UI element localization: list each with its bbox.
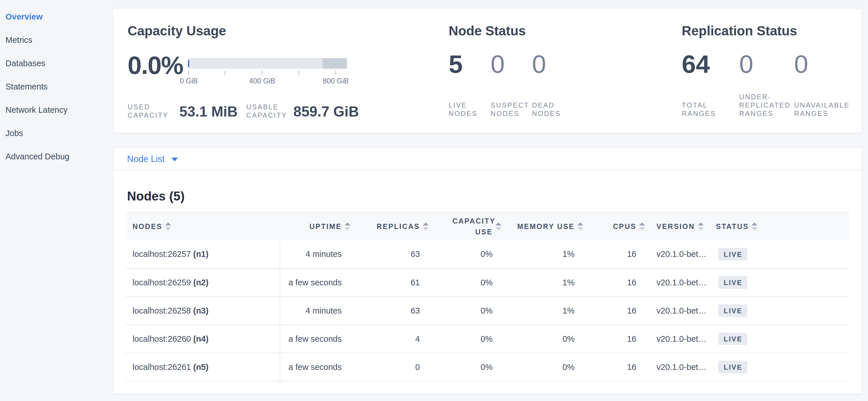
usable-capacity-label: Usable Capacity (246, 103, 290, 119)
node-address-cell[interactable]: localhost:26258 (n3) (126, 296, 280, 325)
chevron-down-icon (172, 157, 178, 161)
sort-arrows-icon (165, 222, 171, 230)
cpus-cell: 16 (596, 353, 655, 381)
capacity-used-marker (188, 60, 189, 67)
capacity-axis-ticks (188, 70, 347, 75)
column-header-memory[interactable]: Memory Use (513, 212, 596, 240)
column-header-status[interactable]: Status (715, 212, 849, 240)
memory-cell: 0% (513, 353, 596, 381)
column-label: CPUs (613, 221, 636, 232)
status-badge: LIVE (718, 276, 747, 289)
replicas-cell: 4 (363, 325, 441, 353)
sidebar-item-metrics[interactable]: Metrics (5, 28, 113, 52)
node-id: (n3) (193, 306, 208, 315)
table-row: localhost:26261 (n5)a few seconds00%0%16… (126, 353, 849, 381)
status-badge: LIVE (718, 361, 747, 373)
memory-cell: 0% (513, 325, 596, 353)
nodes-count-heading: Nodes (5) (127, 189, 849, 203)
nodes-table-header-row: NodesUptimeReplicasCapacity UseMemory Us… (126, 212, 849, 240)
stat-label: Live Nodes (449, 101, 491, 118)
sort-arrows-icon (423, 222, 429, 230)
sort-arrows-icon (698, 222, 704, 230)
stat-value: 0 (491, 51, 532, 77)
column-header-replicas[interactable]: Replicas (363, 212, 441, 240)
node-address-cell[interactable]: localhost:26260 (n4) (126, 325, 280, 353)
node-address: localhost:26261 (132, 363, 193, 372)
column-label: Replicas (377, 221, 420, 232)
status-badge: LIVE (718, 248, 747, 261)
status-badge: LIVE (718, 333, 747, 345)
node-address: localhost:26260 (132, 334, 193, 343)
memory-cell: 1% (513, 240, 596, 268)
nodes-table: NodesUptimeReplicasCapacity UseMemory Us… (126, 212, 849, 381)
axis-label-400: 400 GiB (249, 77, 275, 85)
stat-label: Total Ranges (682, 101, 735, 118)
capacity-cell: 0% (441, 268, 513, 296)
sidebar-item-jobs[interactable]: Jobs (5, 122, 113, 145)
node-id: (n2) (193, 278, 208, 287)
stat-label: Unavailable Ranges (794, 101, 847, 118)
capacity-bar (188, 58, 347, 69)
used-capacity-label: Used Capacity (128, 103, 176, 119)
sidebar-item-advanced-debug[interactable]: Advanced Debug (5, 145, 113, 168)
stat-value: 5 (449, 51, 491, 77)
capacity-cell: 0% (441, 325, 513, 353)
table-row: localhost:26257 (n1)4 minutes630%1%16v20… (126, 240, 849, 268)
capacity-usage-title: Capacity Usage (128, 24, 449, 37)
stat-under-replicated-ranges: 0Under-Replicated Ranges (739, 51, 794, 118)
table-row: localhost:26259 (n2)a few seconds610%1%1… (126, 268, 849, 296)
sidebar-item-statements[interactable]: Statements (5, 75, 113, 98)
status-cell: LIVE (715, 296, 849, 325)
sort-arrows-icon (496, 222, 501, 230)
sort-arrows-icon (639, 222, 645, 230)
sidebar-item-overview[interactable]: Overview (5, 5, 113, 28)
sidebar-item-databases[interactable]: Databases (5, 52, 113, 75)
column-header-node[interactable]: Nodes (126, 212, 280, 240)
column-label: Memory Use (517, 221, 575, 232)
used-capacity-value: 53.1 MiB (179, 105, 238, 119)
column-label: Uptime (310, 221, 342, 232)
capacity-cell: 0% (441, 353, 513, 381)
node-address-cell[interactable]: localhost:26259 (n2) (126, 268, 280, 296)
version-cell: v20.1.0-bet… (655, 296, 715, 325)
capacity-percent: 0.0% (128, 52, 188, 85)
cluster-summary-card: Capacity Usage 0.0% 0 GiB 400 GiB 800 Gi… (113, 8, 862, 133)
column-header-version[interactable]: Version (655, 212, 715, 240)
stat-label: Dead Nodes (532, 101, 585, 118)
node-address: localhost:26257 (132, 250, 193, 259)
stat-suspect-nodes: 0Suspect Nodes (491, 51, 532, 118)
capacity-cell: 0% (441, 296, 513, 325)
status-cell: LIVE (715, 325, 849, 353)
status-cell: LIVE (715, 268, 849, 296)
node-list-dropdown[interactable]: Node List (127, 154, 178, 164)
capacity-cell: 0% (441, 240, 513, 268)
replicas-cell: 61 (363, 268, 441, 296)
column-header-capacity[interactable]: Capacity Use (441, 212, 513, 240)
uptime-cell: a few seconds (280, 325, 363, 353)
stat-live-nodes: 5Live Nodes (449, 51, 491, 118)
axis-label-800: 800 GiB (323, 77, 349, 85)
uptime-cell: 4 minutes (280, 240, 363, 268)
cpus-cell: 16 (596, 325, 655, 353)
node-list-dropdown-label: Node List (127, 154, 165, 164)
replication-status-panel: Replication Status 64Total Ranges0Under-… (682, 24, 862, 133)
capacity-usage-panel: Capacity Usage 0.0% 0 GiB 400 GiB 800 Gi… (128, 24, 449, 133)
replicas-cell: 63 (363, 240, 441, 268)
node-status-title: Node Status (449, 24, 682, 37)
column-header-cpus[interactable]: CPUs (596, 212, 655, 240)
column-header-uptime[interactable]: Uptime (280, 212, 363, 240)
capacity-bar-chart: 0 GiB 400 GiB 800 GiB (188, 58, 347, 85)
version-cell: v20.1.0-bet… (655, 325, 715, 353)
axis-label-0: 0 GiB (180, 77, 198, 85)
sidebar-item-network-latency[interactable]: Network Latency (5, 98, 113, 122)
node-address-cell[interactable]: localhost:26261 (n5) (126, 353, 280, 381)
node-status-panel: Node Status 5Live Nodes0Suspect Nodes0De… (449, 24, 682, 133)
sort-arrows-icon (752, 222, 757, 230)
node-address-cell[interactable]: localhost:26257 (n1) (126, 240, 280, 268)
node-address: localhost:26258 (132, 306, 193, 315)
stat-unavailable-ranges: 0Unavailable Ranges (794, 51, 847, 118)
node-list-header: Node List (113, 148, 862, 170)
stat-value: 0 (739, 51, 794, 77)
cpus-cell: 16 (596, 268, 655, 296)
uptime-cell: a few seconds (280, 268, 363, 296)
